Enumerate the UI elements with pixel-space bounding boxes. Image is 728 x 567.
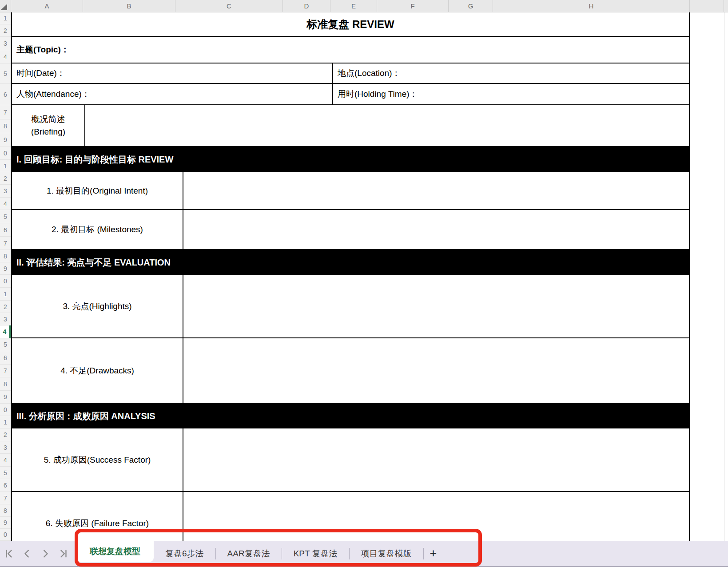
row-header[interactable]: 3: [0, 185, 11, 198]
column-header-d[interactable]: D: [283, 0, 330, 12]
row-header[interactable]: 3: [0, 313, 11, 325]
column-header-strip: ABCDEFGH: [11, 0, 728, 12]
item-content-cell[interactable]: [183, 492, 689, 541]
row-header[interactable]: 5: [0, 338, 11, 351]
row-header[interactable]: 2: [0, 172, 11, 185]
briefing-label-line1: 概况简述: [32, 113, 65, 126]
nav-first-button[interactable]: [4, 548, 14, 559]
row-header[interactable]: 3: [0, 37, 11, 50]
column-header-b[interactable]: B: [83, 0, 175, 12]
row-header[interactable]: 5: [0, 63, 11, 84]
row-header[interactable]: 2: [0, 428, 11, 441]
item-label: 3. 亮点(Highlights): [63, 301, 131, 312]
section-heading-cell[interactable]: II. 评估结果: 亮点与不足 EVALUATION: [12, 250, 689, 275]
row-header[interactable]: 1: [0, 160, 11, 172]
row-header[interactable]: 6: [0, 479, 11, 492]
sheet-tab-4[interactable]: KPT 复盘法: [282, 541, 349, 566]
row-header[interactable]: 0: [0, 147, 11, 160]
row-header[interactable]: 8: [0, 377, 11, 391]
row-header[interactable]: 9: [0, 262, 11, 275]
review-table: 标准复盘 REVIEW 主题(Topic)： 时间(Date)： 地点(Loca…: [11, 12, 690, 541]
topic-label: 主题(Topic)：: [16, 44, 69, 56]
table-title-cell[interactable]: 标准复盘 REVIEW: [12, 12, 689, 37]
row-header[interactable]: 6: [0, 223, 11, 237]
item-content-cell[interactable]: [183, 275, 689, 337]
attendance-cell[interactable]: 人物(Attendance)：: [12, 84, 333, 104]
row-header[interactable]: 7: [0, 492, 11, 504]
briefing-content-cell[interactable]: [85, 105, 689, 146]
column-header-blank[interactable]: [724, 0, 728, 12]
attendance-label: 人物(Attendance)：: [16, 88, 90, 100]
row-header[interactable]: 8: [0, 250, 11, 262]
add-sheet-button[interactable]: +: [424, 541, 443, 566]
row-header[interactable]: 0: [0, 529, 11, 541]
sheet-nav-buttons: [0, 541, 76, 566]
item-label-cell[interactable]: 3. 亮点(Highlights): [12, 275, 183, 337]
row-header[interactable]: 7: [0, 237, 11, 250]
row-header[interactable]: 7: [0, 365, 11, 377]
attendance-holding-row: 人物(Attendance)： 用时(Holding Time)：: [12, 84, 689, 105]
row-header[interactable]: 4: [0, 325, 11, 338]
sheet-tabs: 联想复盘模型复盘6步法AAR复盘法KPT 复盘法项目复盘模版+: [76, 541, 443, 566]
row-header[interactable]: 1: [0, 416, 11, 428]
nav-last-button[interactable]: [58, 548, 69, 559]
item-content-cell[interactable]: [183, 172, 689, 209]
row-header[interactable]: 7: [0, 105, 11, 119]
column-header-a[interactable]: A: [11, 0, 83, 12]
item-label-cell[interactable]: 2. 最初目标 (Milestones): [12, 210, 183, 249]
row-header[interactable]: 0: [0, 275, 11, 288]
item-content-cell[interactable]: [183, 210, 689, 249]
item-label-cell[interactable]: 6. 失败原因 (Failure Factor): [12, 492, 183, 541]
row-header[interactable]: 9: [0, 517, 11, 529]
nav-previous-button[interactable]: [22, 548, 32, 559]
item-content-cell[interactable]: [183, 428, 689, 491]
column-header-e[interactable]: E: [330, 0, 377, 12]
item-label-cell[interactable]: 4. 不足(Drawbacks): [12, 338, 183, 403]
row-header[interactable]: 9: [0, 133, 11, 147]
row-header[interactable]: 5: [0, 467, 11, 479]
section-heading-cell[interactable]: III. 分析原因：成败原因 ANALYSIS: [12, 404, 689, 428]
column-header-h[interactable]: H: [493, 0, 690, 12]
sheet-tab-1[interactable]: 联想复盘模型: [76, 541, 154, 562]
item-row: 4. 不足(Drawbacks): [12, 338, 689, 404]
briefing-row: 概况简述 (Briefing): [12, 105, 689, 147]
select-all-corner[interactable]: [0, 0, 11, 12]
row-header[interactable]: 2: [0, 24, 11, 37]
sheet-tab-5[interactable]: 项目复盘模版: [350, 541, 423, 566]
row-header[interactable]: 1: [0, 288, 11, 301]
row-header[interactable]: 4: [0, 198, 11, 210]
item-content-cell[interactable]: [183, 338, 689, 403]
row-header[interactable]: 6: [0, 351, 11, 365]
sheet-tab-2[interactable]: 复盘6步法: [154, 541, 215, 566]
row-header[interactable]: 5: [0, 210, 11, 223]
topic-cell[interactable]: 主题(Topic)：: [12, 37, 689, 63]
holding-time-cell[interactable]: 用时(Holding Time)：: [333, 84, 689, 104]
briefing-label-line2: (Briefing): [31, 126, 65, 138]
column-header-g[interactable]: G: [449, 0, 493, 12]
column-header-f[interactable]: F: [377, 0, 449, 12]
sheet-tab-3[interactable]: AAR复盘法: [216, 541, 282, 566]
item-label-cell[interactable]: 1. 最初目的(Original Intent): [12, 172, 183, 209]
row-header[interactable]: 1: [0, 12, 11, 24]
page-title: 标准复盘 REVIEW: [306, 17, 394, 32]
row-header[interactable]: 4: [0, 50, 11, 63]
row-header[interactable]: 6: [0, 84, 11, 105]
location-cell[interactable]: 地点(Location)：: [333, 63, 689, 83]
column-header-blank[interactable]: [690, 0, 724, 12]
row-header[interactable]: 8: [0, 119, 11, 133]
row-header[interactable]: 9: [0, 391, 11, 404]
column-header-c[interactable]: C: [175, 0, 283, 12]
nav-next-button[interactable]: [40, 548, 51, 559]
item-label-cell[interactable]: 5. 成功原因(Success Factor): [12, 428, 183, 491]
section-heading-cell[interactable]: I. 回顾目标: 目的与阶段性目标 REVIEW: [12, 147, 689, 172]
row-header[interactable]: 3: [0, 441, 11, 454]
row-header[interactable]: 0: [0, 404, 11, 416]
briefing-label-cell[interactable]: 概况简述 (Briefing): [12, 105, 85, 146]
row-header[interactable]: 4: [0, 454, 11, 467]
grid-line: [724, 12, 724, 541]
last-icon: [59, 549, 68, 559]
date-cell[interactable]: 时间(Date)：: [12, 63, 333, 83]
row-header[interactable]: 2: [0, 301, 11, 313]
row-header[interactable]: 8: [0, 504, 11, 517]
item-label: 1. 最初目的(Original Intent): [47, 185, 148, 197]
